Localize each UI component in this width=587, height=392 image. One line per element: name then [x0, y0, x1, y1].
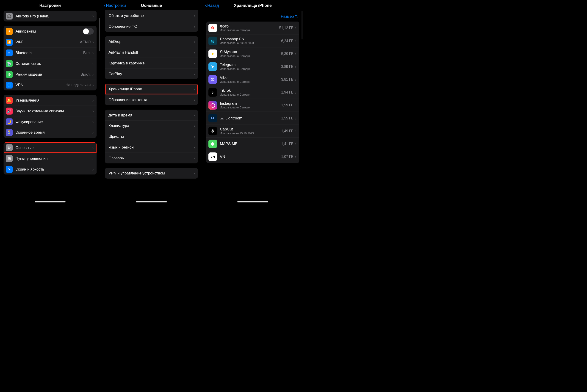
locale-section: Дата и время › Клавиатура › Шрифты › Язы…: [105, 110, 198, 163]
airplay-row[interactable]: AirPlay и Handoff ›: [105, 47, 198, 58]
software-update-label: Обновление ПО: [108, 24, 194, 29]
app-name-label: TikTok: [220, 88, 281, 92]
chevron-right-icon: ›: [295, 129, 296, 133]
hotspot-icon: ⊘: [6, 71, 12, 78]
app-name-label: VN: [220, 154, 281, 159]
app-row[interactable]: ●Я.МузыкаИспользовано Сегодня5,39 ГБ›: [206, 47, 300, 60]
general-pane: ‹ Настройки Основные Об этом устройстве …: [101, 0, 202, 204]
app-name-label: Я.Музыка: [220, 50, 281, 54]
chevron-right-icon: ›: [295, 116, 296, 120]
iphone-storage-row[interactable]: Хранилище iPhone ›: [105, 84, 198, 94]
chevron-right-icon: ›: [295, 90, 296, 94]
chevron-right-icon: ›: [194, 134, 195, 139]
hotspot-row[interactable]: ⊘ Режим модема Выкл. ›: [4, 69, 97, 80]
app-name-label: Instagram: [220, 101, 281, 106]
nav-header: Настройки: [0, 0, 100, 11]
chevron-right-icon: ›: [92, 72, 94, 76]
sounds-icon: 🔊: [6, 108, 12, 114]
sharing-section: AirDrop › AirPlay и Handoff › Картинка в…: [105, 36, 198, 79]
bluetooth-row[interactable]: ⌗ Bluetooth Вкл. ›: [4, 48, 97, 58]
app-row[interactable]: VNVN1,07 ГБ›: [206, 150, 300, 163]
chevron-left-icon: ‹: [104, 3, 106, 8]
app-icon: ♪: [208, 88, 217, 96]
bluetooth-value: Вкл.: [83, 51, 91, 55]
keyboard-label: Клавиатура: [108, 124, 194, 128]
app-row[interactable]: ♪TikTokИспользовано Сегодня1,94 ГБ›: [206, 86, 300, 98]
airplane-icon: ✈: [6, 28, 12, 35]
language-row[interactable]: Язык и регион ›: [105, 142, 198, 153]
app-row[interactable]: ✿ФотоИспользовано Сегодня51,12 ГБ›: [206, 22, 300, 34]
app-row[interactable]: ◎Photoshop FixИспользовано 23.09.20236,2…: [206, 34, 300, 47]
app-usage-label: Использовано Сегодня: [220, 54, 281, 58]
app-row[interactable]: ⬢MAPS.ME1,41 ГБ›: [206, 137, 300, 150]
vpn-row[interactable]: 🌐 VPN Не подключен ›: [4, 80, 97, 90]
general-row[interactable]: ⚙ Основные ›: [4, 142, 97, 153]
gear-icon: ⚙: [6, 144, 12, 151]
keyboard-row[interactable]: Клавиатура ›: [105, 120, 198, 131]
date-row[interactable]: Дата и время ›: [105, 110, 198, 120]
notifications-row[interactable]: 🔔 Уведомления ›: [4, 95, 97, 106]
home-indicator[interactable]: [237, 201, 268, 202]
chevron-right-icon: ›: [194, 14, 195, 18]
display-icon: ☀: [6, 166, 12, 172]
chevron-right-icon: ›: [295, 26, 296, 30]
bg-refresh-label: Обновление контента: [108, 98, 194, 102]
focus-row[interactable]: 🌙 Фокусирование ›: [4, 116, 97, 127]
app-name-label: Telegram: [220, 62, 281, 67]
sort-button[interactable]: Размер ⇅: [281, 14, 298, 18]
app-name-label: MAPS.ME: [220, 142, 281, 146]
vpn-dm-row[interactable]: VPN и управление устройством ›: [105, 168, 198, 178]
wifi-value: AENO: [80, 40, 90, 44]
chevron-right-icon: ›: [194, 156, 195, 160]
back-button[interactable]: ‹ Назад: [205, 3, 219, 8]
app-size-label: 1,49 ГБ: [281, 129, 293, 133]
notifications-icon: 🔔: [6, 97, 12, 104]
screentime-row[interactable]: ⏳ Экранное время ›: [4, 127, 97, 138]
app-usage-label: Использовано Сегодня: [220, 106, 281, 109]
wifi-row[interactable]: 📶 Wi-Fi AENO ›: [4, 37, 97, 48]
display-row[interactable]: ☀ Экран и яркость ›: [4, 164, 97, 174]
home-indicator[interactable]: [136, 201, 167, 202]
app-row[interactable]: Lr☁Lightroom1,55 ГБ›: [206, 112, 300, 124]
hotspot-label: Режим модема: [16, 72, 80, 76]
vpn-value: Не подключен: [66, 83, 91, 87]
app-row[interactable]: ※CapCutИспользовано 15.10.20231,49 ГБ›: [206, 124, 300, 137]
airplane-toggle[interactable]: [83, 28, 94, 34]
cellular-row[interactable]: 📡 Сотовая связь ›: [4, 58, 97, 69]
carplay-row[interactable]: CarPlay ›: [105, 68, 198, 79]
chevron-right-icon: ›: [194, 72, 195, 76]
software-update-row[interactable]: Обновление ПО ›: [105, 21, 198, 32]
pip-row[interactable]: Картинка в картинке ›: [105, 58, 198, 68]
dictionary-row[interactable]: Словарь ›: [105, 153, 198, 164]
app-size-label: 5,39 ГБ: [281, 52, 293, 56]
app-row[interactable]: ◯InstagramИспользовано Сегодня1,59 ГБ›: [206, 99, 300, 112]
bluetooth-icon: ⌗: [6, 50, 12, 56]
bg-refresh-row[interactable]: Обновление контента ›: [105, 94, 198, 105]
control-center-row[interactable]: ⊞ Пункт управления ›: [4, 153, 97, 164]
chevron-right-icon: ›: [194, 40, 195, 44]
app-size-label: 1,94 ГБ: [281, 90, 293, 94]
airpods-row[interactable]: 🎧 AirPods Pro (Helen) ›: [4, 11, 97, 22]
chevron-right-icon: ›: [194, 145, 195, 150]
fonts-row[interactable]: Шрифты ›: [105, 131, 198, 142]
vpn-icon: 🌐: [6, 82, 12, 88]
app-size-label: 3,89 ГБ: [281, 65, 293, 69]
screentime-icon: ⏳: [6, 129, 12, 136]
back-button[interactable]: ‹ Настройки: [104, 3, 126, 8]
about-row[interactable]: Об этом устройстве ›: [105, 10, 198, 21]
nav-header: ‹ Назад Хранилище iPhone: [203, 0, 303, 11]
chevron-right-icon: ›: [295, 39, 296, 43]
app-usage-label: Использовано Сегодня: [220, 80, 281, 84]
wifi-icon: 📶: [6, 39, 12, 46]
app-row[interactable]: ✆ViberИспользовано Сегодня3,81 ГБ›: [206, 73, 300, 86]
chevron-right-icon: ›: [194, 24, 195, 28]
app-usage-label: Использовано 15.10.2023: [220, 132, 281, 135]
chevron-right-icon: ›: [295, 78, 296, 82]
sounds-row[interactable]: 🔊 Звуки, тактильные сигналы ›: [4, 106, 97, 116]
airplane-row[interactable]: ✈ Авиарежим: [4, 26, 97, 37]
airdrop-row[interactable]: AirDrop ›: [105, 36, 198, 47]
home-indicator[interactable]: [34, 201, 66, 202]
app-row[interactable]: ➤TelegramИспользовано Сегодня3,89 ГБ›: [206, 60, 300, 73]
chevron-right-icon: ›: [92, 130, 94, 134]
pip-label: Картинка в картинке: [108, 61, 194, 65]
